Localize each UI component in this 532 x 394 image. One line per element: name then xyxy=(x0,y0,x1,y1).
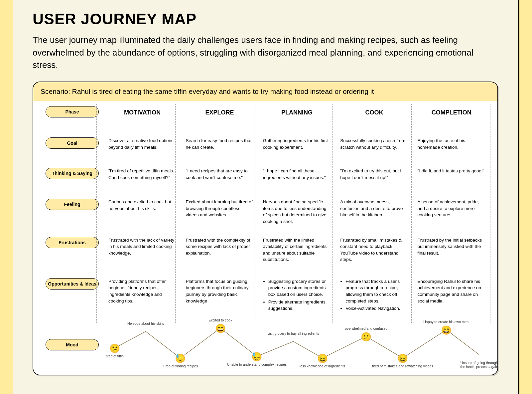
goal-cell: Search for easy food recipes that he can… xyxy=(181,135,258,152)
thinking-cell: "I need recipes that are easy to cook an… xyxy=(181,166,258,183)
feeling-cell: A mix of overwhelmness, confusion and a … xyxy=(335,197,413,220)
mood-label: overwhelmed and confused xyxy=(345,326,387,330)
opportunity-item: Feature that tracks a user's progress th… xyxy=(345,278,408,304)
row-frustrations: Frustrations Frustrated with the lack of… xyxy=(41,232,490,268)
row-label-opportunities: Opportunities & Ideas xyxy=(41,276,104,292)
frustrations-cell: Frustrated by the initial setbacks but i… xyxy=(413,235,490,259)
row-feeling: Feeling Curious and excited to cook but … xyxy=(41,193,490,230)
pill-frustrations: Frustrations xyxy=(46,237,99,248)
pill-goal: Goal xyxy=(46,137,99,149)
row-label-frustrations: Frustrations xyxy=(41,235,104,250)
opportunity-item: Suggesting grocery stores or provide a c… xyxy=(268,278,331,298)
opportunities-cell: Providing platforms that offer beginner-… xyxy=(104,276,181,306)
page: USER JOURNEY MAP The user journey map il… xyxy=(13,0,519,394)
journey-map-card: Scenario: Rahul is tired of eating the s… xyxy=(33,82,498,375)
mood-emoji: 😖 xyxy=(317,353,328,364)
frustrations-cell: Frustrated with the complexity of some r… xyxy=(181,235,258,259)
column-divider xyxy=(332,104,333,323)
row-label-goal: Goal xyxy=(41,135,104,151)
mood-emoji: 😕 xyxy=(361,332,371,342)
phase-header: PLANNING xyxy=(258,104,335,119)
pill-feeling: Feeling xyxy=(46,199,99,210)
frustrations-cell: Frustrated by small mistakes & constant … xyxy=(335,235,413,265)
opportunities-cell: Platforms that focus on guiding beginner… xyxy=(181,276,258,306)
row-label-phase: Phase xyxy=(41,104,104,119)
row-phase: Phase MOTIVATION EXPLORE PLANNING COOK C… xyxy=(41,101,490,123)
mood-label: Unsure of going through the hectic proce… xyxy=(458,361,498,369)
feeling-cell: A sense of achievement, pride, and a des… xyxy=(413,197,490,220)
mood-label: visit grocery to buy all ingredients xyxy=(267,331,319,335)
phase-header: MOTIVATION xyxy=(104,104,181,119)
goal-cell: Successfully cooking a dish from scratch… xyxy=(335,135,413,152)
mood-emoji: 😄 xyxy=(215,323,226,334)
row-label-thinking: Thinking & Saying xyxy=(41,166,104,181)
feeling-cell: Excited about learning but tired of brow… xyxy=(181,197,258,220)
mood-label: Excited to cook xyxy=(208,318,232,322)
pill-phase: Phase xyxy=(46,106,99,117)
thinking-cell: "I did it, and it tastes pretty good!" xyxy=(413,166,490,179)
mood-label: Tired of finding recipes xyxy=(163,364,198,368)
mood-emoji: 😓 xyxy=(251,352,262,362)
phase-header: EXPLORE xyxy=(181,104,258,119)
opportunity-item: Provide alternate ingredients suggestion… xyxy=(268,299,331,312)
mood-emoji: 😓 xyxy=(175,353,186,364)
goal-cell: Enjoying the taste of his homemade creat… xyxy=(413,135,490,152)
feeling-cell: Nervous about finding specific items due… xyxy=(258,197,335,227)
thinking-cell: "I'm tired of repetitive tiffin meals. C… xyxy=(104,166,181,183)
mood-emoji: 😖 xyxy=(397,353,408,364)
column-divider xyxy=(411,104,412,323)
thinking-cell: "I hope I can find all these ingredients… xyxy=(258,166,335,183)
mood-emoji: 😄 xyxy=(441,325,452,335)
goal-cell: Gathering ingredients for his first cook… xyxy=(258,135,335,152)
pill-thinking: Thinking & Saying xyxy=(46,168,99,179)
row-goal: Goal Discover alternative food options b… xyxy=(41,132,490,156)
goal-cell: Discover alternative food options beyond… xyxy=(104,135,181,152)
mood-label: Unable to understand complex recipes xyxy=(227,362,287,366)
opportunity-item: Voice-Activated Navigation. xyxy=(345,305,408,312)
intro-paragraph: The user journey map illuminated the dai… xyxy=(33,34,491,72)
column-divider xyxy=(254,104,254,323)
frustrations-cell: Frustrated with the limited availability… xyxy=(258,235,335,265)
row-label-mood: Mood xyxy=(41,318,104,371)
frustrations-cell: Frustrated with the lack of variety in h… xyxy=(104,235,181,259)
phase-header: COMPLETION xyxy=(413,104,490,119)
pill-opportunities: Opportunities & Ideas xyxy=(46,278,99,290)
feeling-cell: Curious and excited to cook but nervous … xyxy=(104,197,181,214)
row-label-feeling: Feeling xyxy=(41,197,104,212)
opportunities-cell: Feature that tracks a user's progress th… xyxy=(335,276,413,315)
page-title: USER JOURNEY MAP xyxy=(33,10,498,28)
opportunities-cell: Encouraging Rahul to share his achieveme… xyxy=(413,276,490,306)
journey-grid: Phase MOTIVATION EXPLORE PLANNING COOK C… xyxy=(33,101,497,375)
mood-emoji: 😕 xyxy=(109,343,120,354)
column-divider xyxy=(175,104,176,323)
mood-label: less knowledge of ingredients xyxy=(300,364,345,368)
phase-header: COOK xyxy=(335,104,413,119)
pill-mood: Mood xyxy=(46,339,99,350)
opportunities-cell: Suggesting grocery stores or provide a c… xyxy=(258,276,335,315)
mood-label: Happy to create his own meal xyxy=(423,320,469,324)
mood-label: Nervous about his skills xyxy=(127,321,164,325)
row-opportunities: Opportunities & Ideas Providing platform… xyxy=(41,273,490,318)
column-divider xyxy=(96,104,97,323)
row-thinking: Thinking & Saying "I'm tired of repetiti… xyxy=(41,162,490,186)
row-mood: Mood 😕tired of tiffinNervous about his s… xyxy=(41,318,490,371)
mood-label: tired of mistakes and rewatching videos xyxy=(372,364,433,368)
thinking-cell: "I'm excited to try this out, but I hope… xyxy=(335,166,413,183)
mood-label: tired of tiffin xyxy=(106,354,124,358)
mood-chart: 😕tired of tiffinNervous about his skills… xyxy=(104,318,490,371)
scenario-banner: Scenario: Rahul is tired of eating the s… xyxy=(33,82,497,101)
column-divider xyxy=(490,104,490,323)
